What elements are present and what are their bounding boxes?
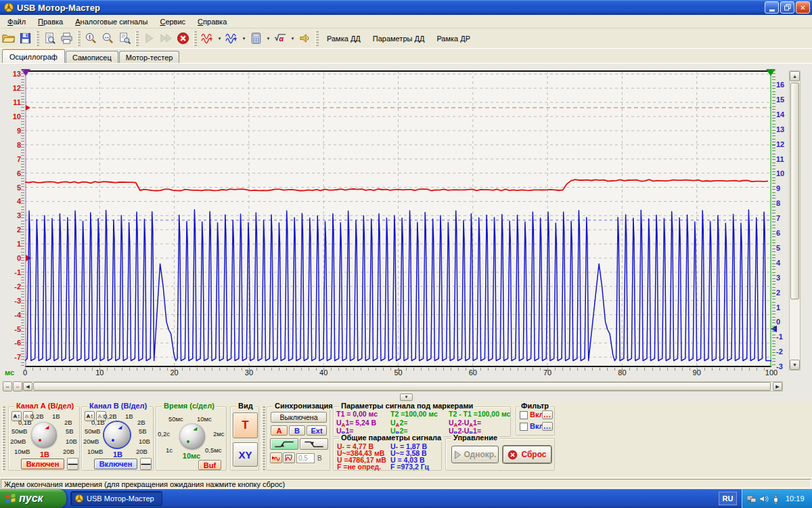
dock-grip-2[interactable] — [262, 406, 265, 471]
knob-dial[interactable] — [104, 422, 130, 448]
sync-source-ext-button[interactable]: Ext — [307, 425, 327, 436]
tab-2[interactable]: Самописец — [66, 51, 118, 63]
taskbar-app-button[interactable]: USB Мотор-Мастер — [70, 491, 162, 506]
print-preview-button[interactable] — [41, 30, 58, 47]
sync-level-input[interactable]: 0,5 — [296, 453, 315, 463]
acquire-continuous-button[interactable] — [158, 30, 175, 47]
scroll-right-button[interactable]: ▶ — [773, 382, 782, 391]
level-mode-icon — [271, 454, 281, 462]
sync-off-button[interactable]: Выключена — [271, 412, 327, 423]
channel-a-options-button-dropdown[interactable]: ▼ — [216, 30, 223, 47]
save-button[interactable] — [17, 30, 34, 47]
oscilloscope-panel: 131211109876543210-1-2-3-4-5-6-716151413… — [0, 63, 812, 401]
filter-a-checkbox[interactable] — [520, 411, 528, 419]
time-scale-knob[interactable]: 0,2с50мс10мс2мс1с0,5мс — [158, 417, 227, 453]
toolbar-separator — [36, 31, 39, 46]
app-icon — [3, 2, 14, 13]
vertical-scroll-thumb[interactable] — [790, 83, 799, 299]
menu-item-1[interactable]: Файл — [1, 16, 32, 27]
toolbar-separator — [135, 31, 139, 46]
network-tray-icon[interactable] — [746, 494, 757, 504]
channel-a-shift-button[interactable]: — — [67, 458, 78, 470]
filter-b-checkbox[interactable] — [520, 423, 528, 431]
calculator-button[interactable] — [248, 30, 265, 47]
sync-rising-edge-button[interactable] — [270, 438, 298, 450]
knob-dial[interactable] — [179, 423, 205, 449]
scale-value-label: 10В — [139, 438, 150, 445]
menu-item-2[interactable]: Правка — [32, 16, 69, 27]
scale-value-label: 0,1В — [91, 419, 105, 426]
menu-item-5[interactable]: Справка — [191, 16, 233, 27]
reset-button[interactable]: Сброс — [503, 446, 551, 463]
stop-acquire-button[interactable] — [175, 30, 191, 47]
sync-title: Синхронизация — [273, 402, 335, 410]
calculator-button-dropdown[interactable]: ▼ — [265, 30, 272, 47]
folder-icon — [2, 32, 15, 45]
collapse-panel-button[interactable]: ▼ — [400, 394, 413, 401]
restore-button[interactable] — [780, 1, 794, 14]
pan-channel-a-button[interactable]: .. — [13, 381, 22, 391]
play-outline-icon — [454, 450, 461, 459]
scroll-down-button[interactable]: ▼ — [790, 360, 800, 370]
vertical-scrollbar[interactable]: ▲ ▼ — [789, 70, 800, 371]
language-indicator[interactable]: RU — [719, 492, 737, 505]
tab-3[interactable]: Мотор-тестер — [119, 51, 180, 63]
view-title: Вид — [236, 402, 255, 410]
channel-a-power-button[interactable]: Включен — [21, 459, 64, 469]
channel-a-scale-knob[interactable]: 10мВ20мВ50мВ0,1В0,2В1В2В5В10В20В — [10, 417, 79, 453]
toolbar-text-button-2[interactable]: Параметры ДД — [367, 32, 431, 45]
sync-source-a-button[interactable]: А — [271, 425, 288, 436]
menu-item-4[interactable]: Сервис — [154, 16, 191, 27]
horizontal-scroll-thumb[interactable] — [33, 382, 771, 391]
sound-button[interactable] — [296, 30, 313, 47]
left-axis-label: -5 — [3, 325, 21, 333]
toolbar-text-button-1[interactable]: Рамка ДД — [321, 32, 367, 45]
volume-tray-icon[interactable] — [759, 494, 769, 504]
clock[interactable]: 10:19 — [786, 494, 805, 503]
toolbar-text-button-3[interactable]: Рамка ДР — [430, 32, 476, 45]
toolbar-separator — [77, 31, 81, 46]
minimize-button[interactable] — [765, 1, 779, 14]
pan-channel-b-button[interactable]: .. — [3, 381, 12, 391]
channel-b-shift-button[interactable]: — — [140, 458, 152, 470]
view-group: Вид T XY — [230, 406, 259, 471]
horizontal-scrollbar[interactable]: ◀ ▶ — [22, 381, 783, 391]
scroll-up-button[interactable]: ▲ — [790, 71, 800, 81]
tab-1[interactable]: Осциллограф — [2, 49, 65, 63]
zoom-fit-button[interactable]: ↔ — [99, 30, 116, 47]
screenshot-button[interactable] — [116, 30, 133, 47]
sync-level-mode-button[interactable] — [270, 452, 282, 463]
dock-grip[interactable] — [2, 406, 5, 471]
buffer-button[interactable]: Buf — [198, 460, 221, 470]
math-functions-button[interactable]: √α — [272, 30, 289, 47]
single-shot-button[interactable]: Однокр. — [451, 446, 499, 463]
filter-b-more-button[interactable]: ... — [542, 422, 553, 431]
sync-hysteresis-button[interactable] — [283, 452, 295, 463]
channel-b-scale-knob[interactable]: 10мВ20мВ50мВ0,1В0,2В1В2В5В10В20В — [83, 417, 152, 453]
print-button[interactable] — [58, 30, 75, 47]
math-functions-button-dropdown[interactable]: ▼ — [289, 30, 296, 47]
view-xy-button[interactable]: XY — [233, 442, 258, 467]
scale-value-label: 0,2В — [30, 412, 44, 420]
scope-plot[interactable] — [25, 70, 771, 367]
channel-b-options-button-dropdown[interactable]: ▼ — [240, 30, 248, 47]
usb-device-tray-icon[interactable] — [771, 494, 781, 504]
view-time-button[interactable]: T — [233, 412, 258, 438]
knob-dial[interactable] — [31, 422, 57, 448]
close-button[interactable]: ✕ — [796, 1, 810, 14]
open-file-button[interactable] — [0, 30, 17, 47]
channel-b-power-button[interactable]: Включен — [94, 459, 137, 469]
sync-source-b-button[interactable]: В — [289, 425, 305, 436]
zoom-default-button[interactable]: ! — [83, 30, 99, 47]
filter-a-more-button[interactable]: ... — [542, 410, 553, 419]
channel-b-options-button[interactable] — [223, 30, 240, 47]
menu-item-3[interactable]: Аналоговые сигналы — [69, 16, 154, 27]
channel-a-options-button[interactable] — [199, 30, 216, 47]
scroll-left-button[interactable]: ◀ — [23, 382, 32, 391]
sync-falling-edge-button[interactable] — [300, 438, 328, 450]
left-axis-ticks — [21, 70, 24, 367]
sync-level-unit: В — [317, 454, 322, 462]
x-axis-label: 10 — [89, 368, 110, 377]
start-button[interactable]: пуск — [0, 489, 66, 508]
acquire-once-button[interactable] — [141, 30, 158, 47]
